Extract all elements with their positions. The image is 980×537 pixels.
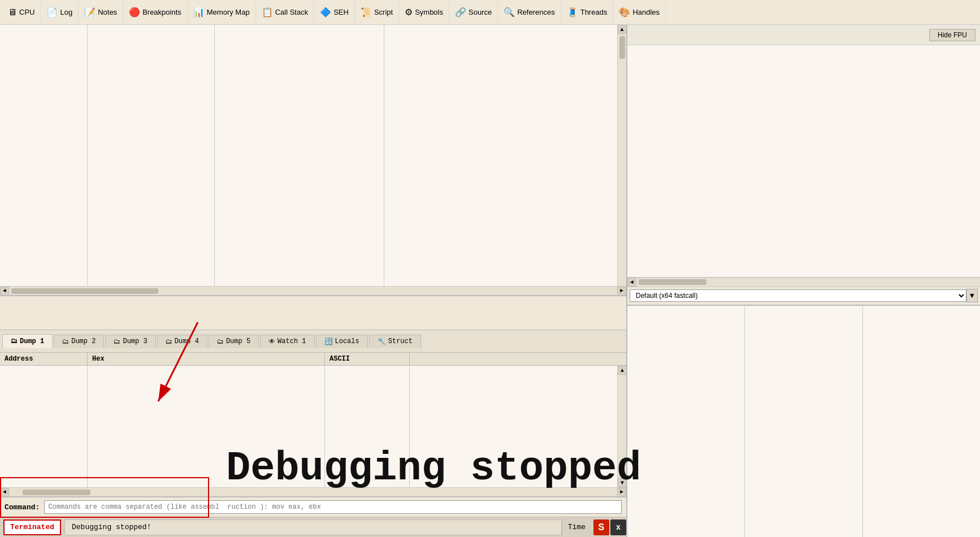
dump-col-extra xyxy=(410,366,617,487)
threads-icon: 🧵 xyxy=(567,7,578,18)
fpu-content xyxy=(627,45,980,278)
locals-label: Locals xyxy=(335,337,359,345)
tab-memory-map[interactable]: 📊 Memory Map xyxy=(188,0,256,24)
tab-source[interactable]: 🔗 Source xyxy=(449,0,498,24)
cpu-col-disasm xyxy=(215,25,384,286)
dump-scrollbar-v[interactable]: ▲ ▼ xyxy=(617,366,626,487)
notes-icon: 📝 xyxy=(84,7,96,18)
dump-content: ▲ ▼ xyxy=(0,366,626,487)
dump-header-hex: Hex xyxy=(88,353,325,365)
dump-scroll-up[interactable]: ▲ xyxy=(618,366,626,375)
watch1-label: Watch 1 xyxy=(277,337,306,345)
dump2-icon: 🗂 xyxy=(62,337,69,346)
tab-script-label: Script xyxy=(374,8,393,16)
tab-log[interactable]: 📄 Log xyxy=(41,0,79,24)
script-icon: 📜 xyxy=(361,7,372,18)
hide-fpu-button[interactable]: Hide FPU xyxy=(929,29,975,41)
cpu-icon: 🖥 xyxy=(8,7,17,18)
dump-scrollbar-h[interactable]: ◄ ► xyxy=(0,487,626,496)
cpu-scrollbar-v[interactable]: ▲ xyxy=(617,25,626,286)
dump-tab-4[interactable]: 🗂 Dump 4 xyxy=(157,335,207,348)
command-input[interactable] xyxy=(44,500,622,514)
command-bar: Command: xyxy=(0,496,626,517)
dump4-icon: 🗂 xyxy=(166,337,172,346)
scrollbar-h-thumb[interactable] xyxy=(11,288,158,294)
dump-tab-3[interactable]: 🗂 Dump 3 xyxy=(105,335,155,348)
dump1-icon: 🗂 xyxy=(11,337,18,345)
dump-header-ascii: ASCII xyxy=(325,353,410,365)
bottom-right-panels xyxy=(627,305,980,538)
fpu-dropdown[interactable]: Default (x64 fastcall) Custom xyxy=(630,289,966,302)
tab-log-label: Log xyxy=(60,8,72,16)
scrollbar-v-thumb[interactable] xyxy=(619,36,625,59)
dump3-label: Dump 3 xyxy=(123,337,147,345)
fpu-dropdown-arrow[interactable]: ▼ xyxy=(966,289,978,302)
dump3-icon: 🗂 xyxy=(114,337,120,346)
fpu-scrollbar-thumb xyxy=(639,279,706,285)
tab-cpu-label: CPU xyxy=(19,8,34,16)
breakpoints-icon: 🔴 xyxy=(129,7,140,18)
fpu-header: Hide FPU xyxy=(627,25,980,45)
tab-handles-label: Handles xyxy=(632,8,660,16)
s-brand-icon: S xyxy=(593,519,609,535)
dump-col-address xyxy=(0,366,88,487)
tab-seh-label: SEH xyxy=(333,8,349,16)
dump2-label: Dump 2 xyxy=(71,337,96,345)
scroll-right-arrow[interactable]: ► xyxy=(617,287,626,296)
fpu-scrollbar-h[interactable]: ◄ xyxy=(627,278,980,287)
fpu-scroll-left[interactable]: ◄ xyxy=(627,278,636,287)
dump-scrollbar-h-thumb xyxy=(23,490,90,495)
dump-tab-struct[interactable]: 🔧 Struct xyxy=(369,335,421,348)
dump-header-address: Address xyxy=(0,353,88,365)
tab-cpu[interactable]: 🖥 CPU xyxy=(2,0,41,24)
command-label: Command: xyxy=(5,503,40,512)
seh-icon: 🔷 xyxy=(320,7,331,18)
dump5-icon: 🗂 xyxy=(217,337,224,346)
tab-breakpoints[interactable]: 🔴 Breakpoints xyxy=(123,0,188,24)
dump-scroll-right[interactable]: ► xyxy=(617,488,626,497)
dump-tabs-bar: 🗂 Dump 1 🗂 Dump 2 🗂 Dump 3 🗂 Dump 4 🗂 Du… xyxy=(0,330,626,353)
tab-script[interactable]: 📜 Script xyxy=(355,0,399,24)
tab-call-stack[interactable]: 📋 Call Stack xyxy=(256,0,315,24)
tab-call-stack-label: Call Stack xyxy=(275,8,309,16)
spacer xyxy=(0,296,626,330)
handles-icon: 🎨 xyxy=(619,7,630,18)
right-panel: Hide FPU ◄ Default (x64 fastcall) Custom… xyxy=(627,25,980,537)
cpu-scrollbar-h[interactable]: ◄ ► xyxy=(0,286,626,295)
watch1-icon: 👁 xyxy=(268,337,275,346)
tab-references-label: References xyxy=(517,8,554,16)
tab-notes[interactable]: 📝 Notes xyxy=(79,0,123,24)
status-message: Debugging stopped! xyxy=(64,519,562,535)
dump-tab-watch1[interactable]: 👁 Watch 1 xyxy=(260,335,314,348)
tab-source-label: Source xyxy=(469,8,492,16)
dump-tab-1[interactable]: 🗂 Dump 1 xyxy=(2,334,53,348)
struct-icon: 🔧 xyxy=(378,337,386,346)
dump-tab-5[interactable]: 🗂 Dump 5 xyxy=(209,335,259,348)
dump-scroll-left[interactable]: ◄ xyxy=(0,488,9,497)
dump-area: Address Hex ASCII ▲ ▼ ◄ xyxy=(0,353,626,496)
locals-icon: 🔣 xyxy=(324,337,333,346)
tab-handles[interactable]: 🎨 Handles xyxy=(613,0,666,24)
tab-symbols[interactable]: ⚙ Symbols xyxy=(399,0,449,24)
tab-notes-label: Notes xyxy=(98,8,117,16)
dump-header-extra xyxy=(410,353,626,365)
left-panel: ▲ ◄ ► 🗂 Dump 1 🗂 Dump 2 🗂 xyxy=(0,25,627,537)
tab-threads[interactable]: 🧵 Threads xyxy=(561,0,614,24)
tab-references[interactable]: 🔍 References xyxy=(498,0,561,24)
dump-tab-2[interactable]: 🗂 Dump 2 xyxy=(54,335,104,348)
scroll-up-arrow[interactable]: ▲ xyxy=(618,25,627,34)
tab-breakpoints-label: Breakpoints xyxy=(142,8,181,16)
brand-icon-2: x xyxy=(610,519,626,535)
dump-col-hex xyxy=(88,366,325,487)
dump-tab-locals[interactable]: 🔣 Locals xyxy=(316,335,368,348)
dump-scroll-down[interactable]: ▼ xyxy=(618,478,626,487)
dump-col-ascii xyxy=(325,366,410,487)
tab-threads-label: Threads xyxy=(580,8,608,16)
struct-label: Struct xyxy=(388,337,413,345)
scroll-left-arrow[interactable]: ◄ xyxy=(0,287,9,296)
tab-seh[interactable]: 🔷 SEH xyxy=(314,0,355,24)
cpu-area: ▲ ◄ ► xyxy=(0,25,626,296)
references-icon: 🔍 xyxy=(504,7,515,18)
br-panel-3 xyxy=(863,306,980,538)
symbols-icon: ⚙ xyxy=(405,7,413,18)
